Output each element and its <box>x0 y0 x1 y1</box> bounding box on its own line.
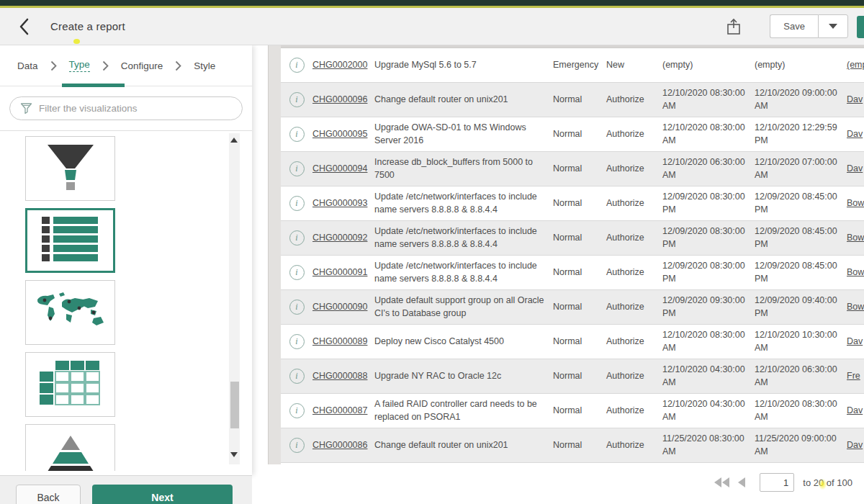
change-number-link[interactable]: CHG0000090 <box>312 302 367 312</box>
assignee-link[interactable]: Dav <box>847 336 863 346</box>
change-number-link[interactable]: CHG0000086 <box>312 440 367 450</box>
table-row: i CHG0002000 Upgrade MySql 5.6 to 5.7 Em… <box>281 48 864 83</box>
info-icon[interactable]: i <box>289 265 305 280</box>
priority-value: Normal <box>553 439 606 451</box>
scroll-down-icon[interactable] <box>230 452 238 457</box>
change-number-link[interactable]: CHG0000095 <box>312 129 367 139</box>
viz-type-funnel[interactable] <box>25 136 115 201</box>
info-icon[interactable]: i <box>289 161 305 176</box>
assignee-link[interactable]: Bow <box>847 302 864 312</box>
planned-start-date: 11/25/2020 08:30:00 AM <box>662 433 755 458</box>
short-description: A failed RAID controller card needs to b… <box>374 398 553 423</box>
short-description: Increase db_block_buffers from 5000 to 7… <box>374 156 553 181</box>
assignee-link[interactable]: Dav <box>847 405 863 415</box>
next-button[interactable]: Next <box>92 485 233 504</box>
viz-type-world-map[interactable] <box>25 280 115 345</box>
short-description: Upgrade OWA-SD-01 to MS Windows Server 2… <box>374 122 553 147</box>
first-page-icon[interactable] <box>714 477 729 487</box>
info-icon[interactable]: i <box>289 92 305 107</box>
assignee-link[interactable]: Bow <box>847 267 864 277</box>
filter-visualizations-input[interactable] <box>9 96 243 120</box>
info-icon[interactable]: i <box>289 196 305 211</box>
save-dropdown-button[interactable] <box>818 14 848 38</box>
assignee-link[interactable]: Bow <box>847 198 864 208</box>
assignee-link[interactable]: Bow <box>847 233 864 243</box>
step-tab-configure[interactable]: Configure <box>121 60 163 71</box>
world-map-chart-icon <box>33 291 108 334</box>
table-row: i CHG0000092 Update /etc/network/interfa… <box>281 221 864 256</box>
page-title: Create a report <box>50 20 125 32</box>
short-description: Update /etc/network/interfaces to includ… <box>374 260 553 285</box>
priority-value: Normal <box>553 197 606 210</box>
priority-value: Normal <box>553 301 606 313</box>
priority-value: Normal <box>553 232 606 244</box>
planned-end-date: 12/10/2020 08:30:00 AM <box>755 398 847 423</box>
active-step-indicator <box>62 84 125 87</box>
viz-type-list[interactable] <box>25 208 115 273</box>
assignee-link[interactable]: Dav <box>847 129 863 139</box>
scrollbar-thumb[interactable] <box>230 382 239 428</box>
state-value: Authorize <box>606 232 662 244</box>
priority-value: Normal <box>553 163 606 175</box>
previous-page-icon[interactable] <box>738 477 745 487</box>
short-description: Update /etc/network/interfaces to includ… <box>374 225 553 251</box>
change-number-link[interactable]: CHG0000092 <box>312 233 367 243</box>
table-row: i CHG0000091 Update /etc/network/interfa… <box>281 256 864 290</box>
info-icon[interactable]: i <box>289 334 305 349</box>
info-icon[interactable]: i <box>289 300 305 315</box>
planned-end-date: (empty) <box>755 59 847 71</box>
change-number-link[interactable]: CHG0000094 <box>312 163 367 174</box>
save-button[interactable]: Save <box>770 14 818 38</box>
step-tab-style[interactable]: Style <box>194 60 215 71</box>
browser-top-strip <box>0 0 864 6</box>
change-number-link[interactable]: CHG0000087 <box>312 405 367 415</box>
back-button[interactable]: Back <box>16 485 81 504</box>
state-value: Authorize <box>606 266 662 279</box>
change-number-link[interactable]: CHG0000089 <box>312 336 367 346</box>
viz-type-pyramid[interactable] <box>25 424 115 471</box>
back-chevron-button[interactable] <box>19 18 32 35</box>
info-icon[interactable]: i <box>289 58 305 73</box>
state-value: Authorize <box>606 405 662 417</box>
planned-end-date: 12/09/2020 08:45:00 PM <box>755 191 847 216</box>
table-row: i CHG0000095 Upgrade OWA-SD-01 to MS Win… <box>281 117 864 152</box>
viz-type-heatmap-table[interactable] <box>25 352 115 417</box>
heatmap-table-chart-icon <box>40 361 102 408</box>
change-number-link[interactable]: CHG0000091 <box>312 267 367 277</box>
change-number-link[interactable]: CHG0000096 <box>312 94 367 104</box>
priority-value: Normal <box>553 94 606 106</box>
viz-scrollbar[interactable] <box>229 133 240 464</box>
planned-start-date: 12/10/2020 08:30:00 AM <box>662 87 755 112</box>
assignee-link[interactable]: Dav <box>847 440 863 450</box>
table-row: i CHG0000093 Update /etc/network/interfa… <box>281 186 864 221</box>
info-icon[interactable]: i <box>289 369 305 384</box>
info-icon[interactable]: i <box>289 438 305 453</box>
change-number-link[interactable]: CHG0000093 <box>312 198 367 208</box>
change-number-link[interactable]: CHG0000088 <box>312 371 367 381</box>
primary-action-button-partial[interactable] <box>857 16 864 38</box>
planned-start-date: 12/09/2020 08:30:00 PM <box>662 225 755 251</box>
info-icon[interactable]: i <box>289 230 305 246</box>
cursor-highlight <box>819 479 827 490</box>
short-description: Upgrade MySql 5.6 to 5.7 <box>374 59 553 71</box>
step-tab-data[interactable]: Data <box>17 60 38 71</box>
assignee-link[interactable]: Dav <box>847 94 863 104</box>
assignee-link[interactable]: Dav <box>847 163 863 174</box>
info-icon[interactable]: i <box>289 403 305 418</box>
info-icon[interactable]: i <box>289 127 305 142</box>
step-tab-type[interactable]: Type <box>69 59 90 72</box>
assignee-link[interactable]: Fre <box>847 371 860 381</box>
planned-end-date: 12/10/2020 12:29:59 PM <box>755 122 847 147</box>
state-value: Authorize <box>606 370 662 382</box>
visualization-list <box>0 130 252 471</box>
page-number-input[interactable] <box>760 473 794 492</box>
scroll-up-icon[interactable] <box>230 138 238 143</box>
share-icon[interactable] <box>725 17 742 36</box>
change-number-link[interactable]: CHG0002000 <box>312 60 367 70</box>
panel-splitter[interactable] <box>268 45 281 464</box>
step-breadcrumb: DataTypeConfigureStyle <box>0 45 252 86</box>
assignee-link[interactable]: (empty) <box>847 60 864 70</box>
priority-value: Normal <box>553 370 606 382</box>
planned-end-date: 12/10/2020 07:00:00 AM <box>755 156 847 181</box>
state-value: Authorize <box>606 163 662 175</box>
